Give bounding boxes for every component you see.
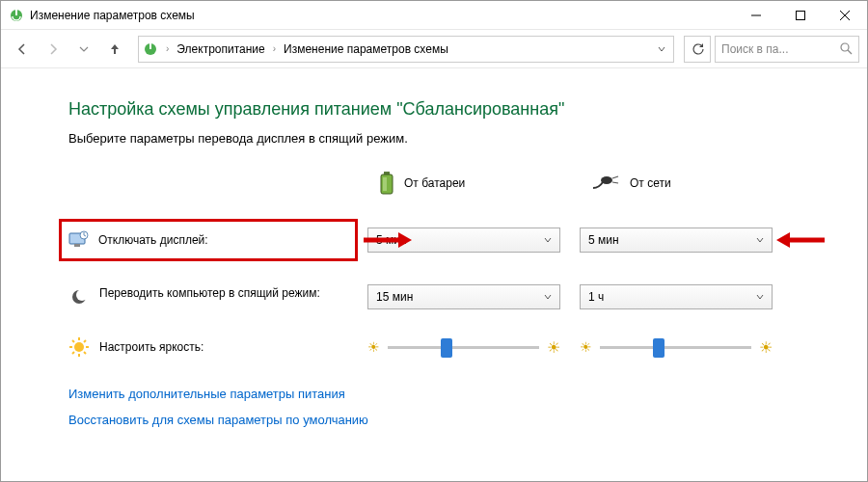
slider-track[interactable] xyxy=(600,346,751,349)
sun-icon xyxy=(68,336,90,358)
svg-point-8 xyxy=(841,43,849,51)
svg-line-32 xyxy=(84,352,86,354)
brightness-battery-slider[interactable]: ☀ ☀ xyxy=(367,338,560,357)
nav-bar: › Электропитание › Изменение параметров … xyxy=(1,30,867,68)
slider-thumb[interactable] xyxy=(441,338,452,358)
display-off-plugged-cell: 5 мин xyxy=(580,228,782,253)
svg-rect-18 xyxy=(74,244,80,247)
sleep-plugged-select[interactable]: 1 ч xyxy=(580,284,773,309)
window-title: Изменение параметров схемы xyxy=(30,9,734,22)
chevron-down-icon xyxy=(756,293,764,301)
svg-point-14 xyxy=(601,176,612,184)
column-label-battery: От батареи xyxy=(404,176,465,190)
chevron-down-icon xyxy=(756,236,764,244)
svg-rect-13 xyxy=(383,177,387,191)
refresh-button[interactable] xyxy=(684,36,711,63)
advanced-settings-link[interactable]: Изменить дополнительные параметры питани… xyxy=(68,387,800,401)
back-button[interactable] xyxy=(9,36,36,63)
forward-button[interactable] xyxy=(40,36,67,63)
up-button[interactable] xyxy=(101,36,128,63)
page-title: Настройка схемы управления питанием "Сба… xyxy=(68,99,800,120)
sleep-battery-select[interactable]: 15 мин xyxy=(367,284,560,309)
display-off-label: Отключать дисплей: xyxy=(98,233,208,247)
column-label-plugged: От сети xyxy=(630,176,671,190)
slider-track[interactable] xyxy=(388,346,539,349)
links-section: Изменить дополнительные параметры питани… xyxy=(68,387,800,427)
chevron-right-icon: › xyxy=(273,43,276,54)
maximize-button[interactable] xyxy=(778,1,823,30)
row-display-off-label-cell: Отключать дисплей: xyxy=(68,219,358,261)
minimize-button[interactable] xyxy=(734,1,778,30)
search-icon xyxy=(840,42,853,55)
svg-line-16 xyxy=(612,182,618,183)
svg-rect-7 xyxy=(149,43,151,49)
breadcrumb-dropdown-icon[interactable] xyxy=(658,45,669,53)
svg-rect-3 xyxy=(797,11,805,19)
moon-icon xyxy=(68,286,90,308)
svg-point-25 xyxy=(76,289,88,301)
select-value: 15 мин xyxy=(376,290,413,304)
svg-point-26 xyxy=(74,342,84,352)
breadcrumb-item-power[interactable]: Электропитание xyxy=(176,42,264,56)
select-value: 1 ч xyxy=(588,290,604,304)
sun-dim-icon: ☀ xyxy=(367,339,380,355)
row-label-brightness: Настроить яркость: xyxy=(68,333,358,362)
power-options-icon xyxy=(9,8,24,23)
brightness-label: Настроить яркость: xyxy=(99,340,203,354)
svg-line-9 xyxy=(848,50,852,54)
breadcrumb[interactable]: › Электропитание › Изменение параметров … xyxy=(138,36,674,63)
recent-locations-button[interactable] xyxy=(70,36,97,63)
breadcrumb-item-edit-plan[interactable]: Изменение параметров схемы xyxy=(284,42,448,56)
title-bar: Изменение параметров схемы xyxy=(1,1,867,30)
chevron-right-icon: › xyxy=(166,43,169,54)
brightness-plugged-slider[interactable]: ☀ ☀ xyxy=(580,338,773,357)
highlight-annotation: Отключать дисплей: xyxy=(59,219,358,261)
svg-line-31 xyxy=(72,340,74,342)
column-header-plugged: От сети xyxy=(580,167,782,200)
settings-grid: От батареи От сети xyxy=(68,167,800,362)
slider-thumb[interactable] xyxy=(653,338,665,358)
window-controls xyxy=(734,1,867,30)
sleep-label: Переводить компьютер в спящий режим: xyxy=(99,286,320,300)
chevron-down-icon xyxy=(544,293,552,301)
row-label-display-off: Отключать дисплей: xyxy=(68,226,349,254)
svg-rect-1 xyxy=(15,10,17,15)
row-label-sleep: Переводить компьютер в спящий режим: xyxy=(68,286,358,308)
select-value: 5 мин xyxy=(588,233,619,247)
power-options-icon xyxy=(143,41,158,57)
search-input[interactable]: Поиск в па... xyxy=(715,36,859,63)
content-area: Настройка схемы управления питанием "Сба… xyxy=(1,68,867,448)
sun-dim-icon: ☀ xyxy=(580,339,592,355)
restore-defaults-link[interactable]: Восстановить для схемы параметры по умол… xyxy=(68,413,800,427)
page-subtitle: Выберите параметры перевода дисплея в сп… xyxy=(68,131,800,146)
sun-bright-icon: ☀ xyxy=(547,338,560,357)
search-placeholder: Поиск в па... xyxy=(721,42,834,56)
sun-bright-icon: ☀ xyxy=(759,338,773,357)
arrow-right-annotation xyxy=(362,230,412,250)
arrow-left-annotation xyxy=(776,230,827,250)
plug-icon xyxy=(591,174,620,192)
svg-line-33 xyxy=(84,340,86,342)
close-button[interactable] xyxy=(823,1,867,30)
monitor-icon xyxy=(68,229,89,251)
grid-spacer xyxy=(68,178,358,207)
svg-line-34 xyxy=(72,352,74,354)
column-header-battery: От батареи xyxy=(367,167,570,200)
svg-line-15 xyxy=(612,176,618,178)
display-off-plugged-select[interactable]: 5 мин xyxy=(580,228,773,253)
battery-icon xyxy=(379,170,394,197)
chevron-down-icon xyxy=(544,236,552,244)
